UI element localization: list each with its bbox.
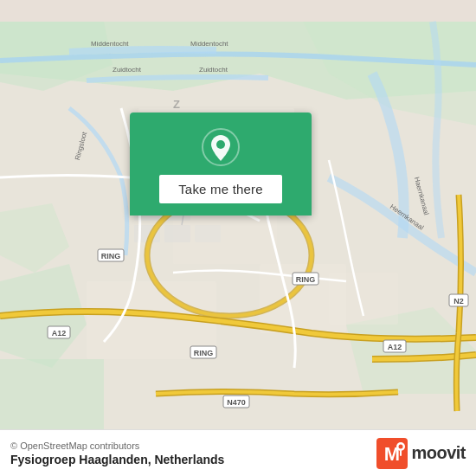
- svg-text:Z: Z: [173, 98, 180, 111]
- moovit-text: moovit: [411, 443, 466, 463]
- moovit-icon: M: [376, 438, 408, 469]
- svg-text:N2: N2: [453, 297, 464, 306]
- svg-text:RING: RING: [101, 252, 121, 261]
- location-name: Fysiogroep Haaglanden, Netherlands: [10, 453, 224, 466]
- popup-card: Take me there: [130, 113, 312, 215]
- moovit-logo: M moovit: [376, 438, 466, 469]
- take-me-there-button[interactable]: Take me there: [159, 175, 282, 203]
- bottom-bar: © OpenStreetMap contributors Fysiogroep …: [0, 429, 476, 476]
- svg-text:A12: A12: [388, 343, 402, 351]
- svg-text:Middentocht: Middentocht: [91, 40, 129, 48]
- svg-text:Zuidtocht: Zuidtocht: [199, 66, 228, 74]
- svg-text:Middentocht: Middentocht: [190, 40, 228, 48]
- svg-text:A12: A12: [52, 329, 67, 338]
- svg-text:RING: RING: [194, 349, 214, 357]
- svg-rect-23: [164, 225, 190, 242]
- svg-point-54: [399, 444, 403, 448]
- svg-point-50: [216, 140, 225, 149]
- popup-green-area: Take me there: [130, 113, 312, 215]
- svg-text:N470: N470: [227, 398, 246, 407]
- svg-text:Zuidtocht: Zuidtocht: [113, 66, 142, 74]
- osm-attribution: © OpenStreetMap contributors: [10, 441, 224, 451]
- bottom-left: © OpenStreetMap contributors Fysiogroep …: [10, 441, 224, 466]
- svg-rect-24: [195, 225, 221, 242]
- map-container: Middentocht Middentocht Zuidtocht Zuidto…: [0, 0, 476, 476]
- svg-text:RING: RING: [296, 275, 316, 284]
- location-pin-icon: [202, 128, 240, 166]
